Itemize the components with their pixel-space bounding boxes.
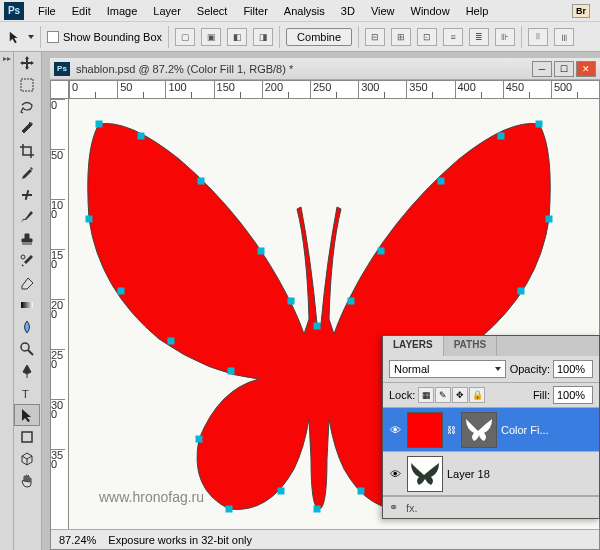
lock-all-icon[interactable]: 🔒 (469, 387, 485, 403)
layer-thumbnail[interactable] (407, 456, 443, 492)
link-layers-icon[interactable]: ⚭ (389, 501, 398, 514)
fill-input[interactable]: 100% (553, 386, 593, 404)
tool-dodge[interactable] (14, 338, 40, 360)
checkbox-icon[interactable] (47, 31, 59, 43)
tool-gradient[interactable] (14, 294, 40, 316)
menu-filter[interactable]: Filter (235, 2, 275, 20)
layer-name[interactable]: Layer 18 (447, 468, 595, 480)
tab-paths[interactable]: PATHS (444, 336, 497, 356)
document-titlebar[interactable]: Ps shablon.psd @ 87.2% (Color Fill 1, RG… (50, 58, 600, 80)
svg-rect-15 (439, 179, 443, 183)
visibility-toggle-icon[interactable]: 👁 (387, 466, 403, 482)
svg-rect-21 (229, 369, 233, 373)
menu-analysis[interactable]: Analysis (276, 2, 333, 20)
tool-stamp[interactable] (14, 228, 40, 250)
path-mode-btn-4[interactable]: ◨ (253, 28, 273, 46)
ruler-horizontal[interactable]: 050100150200250300350400450500 (69, 81, 599, 99)
tool-hand[interactable] (14, 470, 40, 492)
menu-select[interactable]: Select (189, 2, 236, 20)
tool-marquee[interactable] (14, 74, 40, 96)
lock-row: Lock: ▦ ✎ ✥ 🔒 Fill: 100% (383, 383, 599, 408)
align-btn-6[interactable]: ⊪ (495, 28, 515, 46)
opacity-input[interactable]: 100% (553, 360, 593, 378)
menu-layer[interactable]: Layer (145, 2, 189, 20)
window-minimize-button[interactable]: ─ (532, 61, 552, 77)
lock-position-icon[interactable]: ✥ (452, 387, 468, 403)
tool-path-select[interactable] (14, 404, 40, 426)
dist-btn-1[interactable]: ⫴ (528, 28, 548, 46)
lock-label: Lock: (389, 389, 415, 401)
tab-layers[interactable]: LAYERS (383, 336, 444, 356)
layer-row[interactable]: 👁 Layer 18 (383, 452, 599, 496)
dist-btn-2[interactable]: ⫼ (554, 28, 574, 46)
visibility-toggle-icon[interactable]: 👁 (387, 422, 403, 438)
svg-rect-22 (547, 217, 551, 221)
tool-history[interactable] (14, 250, 40, 272)
show-bounding-box-option[interactable]: Show Bounding Box (47, 31, 162, 43)
tool-3d[interactable] (14, 448, 40, 470)
align-btn-2[interactable]: ⊞ (391, 28, 411, 46)
menu-edit[interactable]: Edit (64, 2, 99, 20)
link-icon[interactable]: ⛓ (447, 425, 457, 435)
bridge-button[interactable]: Br (572, 4, 590, 18)
current-tool-indicator[interactable] (8, 30, 22, 44)
tool-eyedropper[interactable] (14, 162, 40, 184)
lock-transparency-icon[interactable]: ▦ (418, 387, 434, 403)
path-mode-btn-3[interactable]: ◧ (227, 28, 247, 46)
svg-rect-17 (349, 299, 353, 303)
menu-image[interactable]: Image (99, 2, 146, 20)
svg-rect-28 (279, 489, 283, 493)
layer-row[interactable]: 👁 ⛓ Color Fi... (383, 408, 599, 452)
svg-rect-27 (227, 507, 231, 511)
document-icon: Ps (54, 62, 70, 76)
svg-rect-31 (359, 489, 363, 493)
ruler-corner (51, 81, 69, 99)
options-bar: Show Bounding Box ▢ ▣ ◧ ◨ Combine ⊟ ⊞ ⊡ … (0, 22, 600, 52)
tool-heal[interactable] (14, 184, 40, 206)
opacity-label: Opacity: (510, 363, 550, 375)
window-close-button[interactable]: ✕ (576, 61, 596, 77)
svg-rect-11 (259, 249, 263, 253)
lock-pixels-icon[interactable]: ✎ (435, 387, 451, 403)
tool-shape[interactable] (14, 426, 40, 448)
tool-lasso[interactable] (14, 96, 40, 118)
align-btn-1[interactable]: ⊟ (365, 28, 385, 46)
mask-thumbnail[interactable] (461, 412, 497, 448)
tool-pen[interactable] (14, 360, 40, 382)
divider (40, 26, 41, 48)
tool-type[interactable]: T (14, 382, 40, 404)
layer-thumbnail[interactable] (407, 412, 443, 448)
tool-blur[interactable] (14, 316, 40, 338)
zoom-level[interactable]: 87.24% (59, 534, 96, 546)
tool-eraser[interactable] (14, 272, 40, 294)
tool-preset-dropdown[interactable] (28, 35, 34, 39)
tool-move[interactable] (14, 52, 40, 74)
align-btn-4[interactable]: ≡ (443, 28, 463, 46)
align-btn-5[interactable]: ≣ (469, 28, 489, 46)
menu-3d[interactable]: 3D (333, 2, 363, 20)
path-mode-btn-2[interactable]: ▣ (201, 28, 221, 46)
window-maximize-button[interactable]: ☐ (554, 61, 574, 77)
menu-file[interactable]: File (30, 2, 64, 20)
svg-rect-23 (519, 289, 523, 293)
tool-brush[interactable] (14, 206, 40, 228)
menubar: Ps File Edit Image Layer Select Filter A… (0, 0, 600, 22)
svg-point-5 (21, 343, 29, 351)
panel-collapse-bar[interactable]: ▸▸ (0, 52, 14, 550)
menu-window[interactable]: Window (403, 2, 458, 20)
tool-wand[interactable] (14, 118, 40, 140)
tool-crop[interactable] (14, 140, 40, 162)
menu-view[interactable]: View (363, 2, 403, 20)
layer-name[interactable]: Color Fi... (501, 424, 595, 436)
ruler-vertical[interactable]: 050100150200250300350 (51, 99, 69, 549)
align-btn-3[interactable]: ⊡ (417, 28, 437, 46)
fx-icon[interactable]: fx. (406, 502, 418, 514)
watermark: www.hronofag.ru (99, 489, 204, 505)
combine-button[interactable]: Combine (286, 28, 352, 46)
collapse-arrow-icon: ▸▸ (3, 54, 11, 63)
blend-mode-select[interactable]: Normal (389, 360, 506, 378)
menu-help[interactable]: Help (458, 2, 497, 20)
path-mode-btn-1[interactable]: ▢ (175, 28, 195, 46)
svg-rect-0 (21, 79, 33, 91)
layers-options-row: Normal Opacity: 100% (383, 356, 599, 383)
